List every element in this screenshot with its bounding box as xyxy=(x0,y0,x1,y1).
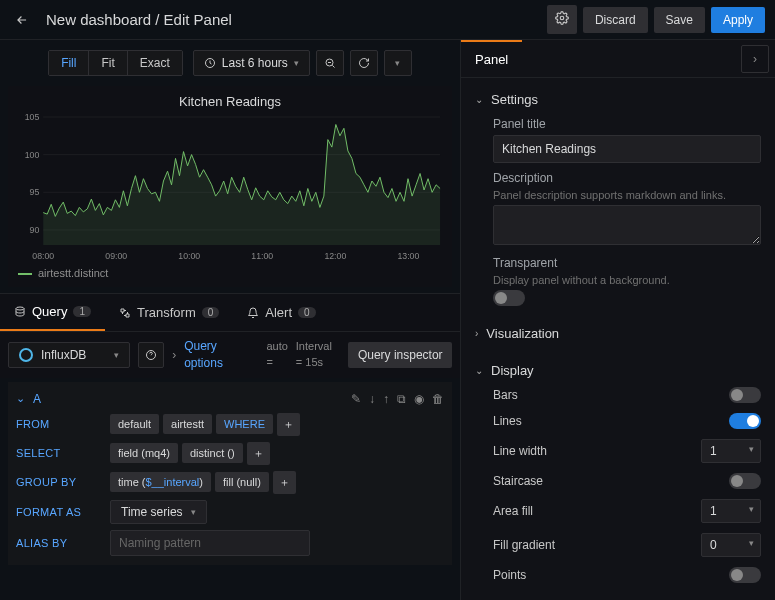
interval-label: Interval xyxy=(296,339,332,354)
tab-query[interactable]: Query 1 xyxy=(0,294,105,331)
svg-text:95: 95 xyxy=(30,187,40,197)
where-add-button[interactable]: ＋ xyxy=(277,413,300,436)
influxdb-icon xyxy=(19,348,33,362)
view-fit-button[interactable]: Fit xyxy=(89,51,127,75)
datasource-select[interactable]: InfluxDB ▾ xyxy=(8,342,130,368)
query-delete-icon[interactable]: 🗑 xyxy=(432,392,444,406)
from-measurement[interactable]: airtestt xyxy=(163,414,212,434)
section-settings-header[interactable]: ⌄ Settings xyxy=(475,88,761,111)
caret-right-icon: › xyxy=(475,328,478,339)
query-moveup-icon[interactable]: ↑ xyxy=(383,392,389,406)
section-display-header[interactable]: ⌄ Display xyxy=(475,359,761,382)
discard-button[interactable]: Discard xyxy=(583,7,648,33)
aliasby-label: ALIAS BY xyxy=(16,537,106,549)
page-title: New dashboard / Edit Panel xyxy=(46,11,232,28)
chevron-down-icon: ▾ xyxy=(395,58,400,68)
svg-point-0 xyxy=(560,16,564,20)
query-a-name[interactable]: A xyxy=(33,392,41,406)
query-duplicate-icon[interactable]: ⧉ xyxy=(397,392,406,406)
back-button[interactable] xyxy=(10,8,34,32)
chevron-right-icon[interactable]: › xyxy=(172,348,176,362)
groupby-time[interactable]: time ($__interval) xyxy=(110,472,211,492)
query-inspector-button[interactable]: Query inspector xyxy=(348,342,452,368)
query-movedown-icon[interactable]: ↓ xyxy=(369,392,375,406)
transparent-label: Transparent xyxy=(493,256,761,270)
description-textarea[interactable] xyxy=(493,205,761,245)
view-fill-button[interactable]: Fill xyxy=(49,51,89,75)
description-hint: Panel description supports markdown and … xyxy=(493,189,761,201)
groupby-fill[interactable]: fill (null) xyxy=(215,472,269,492)
query-count-badge: 1 xyxy=(73,306,91,317)
query-edit-icon[interactable]: ✎ xyxy=(351,392,361,406)
query-options-toggle[interactable]: Query options xyxy=(184,338,258,372)
chart-area[interactable]: 909510010508:0009:0010:0011:0012:0013:00 xyxy=(16,113,444,263)
areafill-label: Area fill xyxy=(493,504,701,518)
view-mode-segment: Fill Fit Exact xyxy=(48,50,183,76)
points-label: Points xyxy=(493,568,729,582)
groupby-add-button[interactable]: ＋ xyxy=(273,471,296,494)
svg-text:13:00: 13:00 xyxy=(397,251,419,261)
svg-text:11:00: 11:00 xyxy=(251,251,273,261)
interval-auto-label: auto xyxy=(266,339,287,354)
bell-icon xyxy=(247,307,259,319)
fillgradient-label: Fill gradient xyxy=(493,538,701,552)
fillgradient-select[interactable]: 0 xyxy=(701,533,761,557)
refresh-button[interactable] xyxy=(350,50,378,76)
from-label: FROM xyxy=(16,418,106,430)
select-add-button[interactable]: ＋ xyxy=(247,442,270,465)
select-field[interactable]: field (mq4) xyxy=(110,443,178,463)
description-label: Description xyxy=(493,171,761,185)
caret-down-icon: ⌄ xyxy=(475,94,483,105)
tab-alert[interactable]: Alert 0 xyxy=(233,295,329,330)
view-exact-button[interactable]: Exact xyxy=(128,51,182,75)
staircase-label: Staircase xyxy=(493,474,729,488)
chevron-right-icon: › xyxy=(753,52,757,66)
panel-expand-button[interactable]: › xyxy=(741,45,769,73)
legend-series-label: airtestt.distinct xyxy=(38,267,108,279)
chart-legend[interactable]: airtestt.distinct xyxy=(16,263,444,285)
section-visualization-header[interactable]: › Visualization xyxy=(475,322,761,345)
lines-toggle[interactable] xyxy=(729,413,761,429)
areafill-select[interactable]: 1 xyxy=(701,499,761,523)
select-aggregate[interactable]: distinct () xyxy=(182,443,243,463)
clock-icon xyxy=(204,57,216,69)
database-icon xyxy=(14,306,26,318)
panel-title-label: Panel title xyxy=(493,117,761,131)
where-label[interactable]: WHERE xyxy=(216,414,273,434)
lines-label: Lines xyxy=(493,414,729,428)
svg-text:10:00: 10:00 xyxy=(178,251,200,261)
staircase-toggle[interactable] xyxy=(729,473,761,489)
tab-transform[interactable]: Transform 0 xyxy=(105,295,233,330)
zoom-out-icon xyxy=(324,57,336,69)
query-toggle-icon[interactable]: ◉ xyxy=(414,392,424,406)
panel-tab[interactable]: Panel xyxy=(461,40,522,77)
apply-button[interactable]: Apply xyxy=(711,7,765,33)
svg-text:105: 105 xyxy=(25,113,40,122)
transform-count-badge: 0 xyxy=(202,307,220,318)
timerange-label: Last 6 hours xyxy=(222,56,288,70)
settings-gear-button[interactable] xyxy=(547,5,577,34)
formatas-label: FORMAT AS xyxy=(16,506,106,518)
save-button[interactable]: Save xyxy=(654,7,705,33)
datasource-help-button[interactable] xyxy=(138,342,164,368)
from-retention-policy[interactable]: default xyxy=(110,414,159,434)
formatas-select[interactable]: Time series▾ xyxy=(110,500,207,524)
query-a-collapse[interactable]: ⌄ xyxy=(16,392,25,405)
refresh-interval-button[interactable]: ▾ xyxy=(384,50,412,76)
alert-count-badge: 0 xyxy=(298,307,316,318)
chevron-down-icon: ▾ xyxy=(114,350,119,360)
select-label: SELECT xyxy=(16,447,106,459)
svg-point-17 xyxy=(16,307,24,310)
bars-toggle[interactable] xyxy=(729,387,761,403)
groupby-label: GROUP BY xyxy=(16,476,106,488)
linewidth-select[interactable]: 1 xyxy=(701,439,761,463)
svg-text:09:00: 09:00 xyxy=(105,251,127,261)
transparent-toggle[interactable] xyxy=(493,290,525,306)
timerange-picker[interactable]: Last 6 hours ▾ xyxy=(193,50,310,76)
panel-title-input[interactable] xyxy=(493,135,761,163)
aliasby-input[interactable]: Naming pattern xyxy=(110,530,310,556)
svg-text:100: 100 xyxy=(25,150,40,160)
zoom-out-button[interactable] xyxy=(316,50,344,76)
points-toggle[interactable] xyxy=(729,567,761,583)
bars-label: Bars xyxy=(493,388,729,402)
